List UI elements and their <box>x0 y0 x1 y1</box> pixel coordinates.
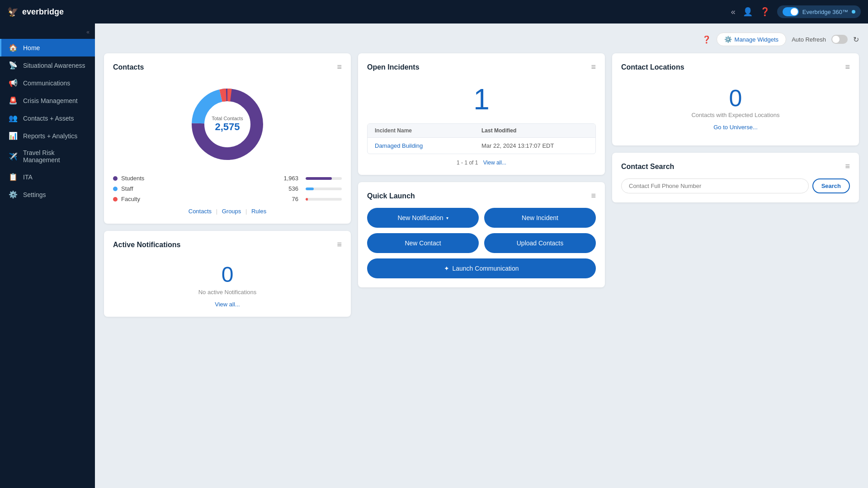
incident-modified-header: Last Modified <box>481 127 588 134</box>
sidebar-item-home[interactable]: 🏠 Home <box>0 39 95 56</box>
pipe-1: | <box>216 208 217 215</box>
contact-search-menu-icon[interactable]: ≡ <box>845 162 850 171</box>
quick-launch-title: Quick Launch <box>367 192 415 200</box>
contact-search-header: Contact Search ≡ <box>621 162 850 171</box>
donut-chart: Total Contacts 2,575 <box>187 84 268 165</box>
top-nav: 🦅 everbridge « 👤 ❓ Everbridge 360™ <box>0 0 868 23</box>
search-row: Search <box>621 178 850 193</box>
ita-icon: 📋 <box>9 173 18 181</box>
contact-search-widget: Contact Search ≡ Search <box>612 153 859 202</box>
toggle-track[interactable] <box>783 7 799 16</box>
contact-search-title: Contact Search <box>621 163 674 171</box>
rules-link[interactable]: Rules <box>251 208 266 215</box>
staff-dot <box>113 187 118 191</box>
crisis-management-icon: 🚨 <box>9 96 18 105</box>
incident-name-cell: Damaged Building <box>375 142 481 149</box>
contacts-link[interactable]: Contacts <box>189 208 212 215</box>
collapse-nav-icon[interactable]: « <box>731 7 736 17</box>
auto-refresh-toggle[interactable] <box>831 35 848 44</box>
help-icon[interactable]: ❓ <box>760 7 770 17</box>
sidebar-item-crisis-management[interactable]: 🚨 Crisis Management <box>0 92 95 109</box>
sidebar-item-ita[interactable]: 📋 ITA <box>0 168 95 186</box>
incident-table-header: Incident Name Last Modified <box>368 124 595 138</box>
sidebar-item-travel-risk-label: Travel Risk Management <box>23 149 88 164</box>
contact-locations-count: 0 <box>621 84 850 112</box>
active-notifications-sub: No active Notifications <box>113 289 342 296</box>
launch-communication-icon: ✦ <box>444 265 449 272</box>
faculty-dot <box>113 197 118 202</box>
staff-bar-fill <box>306 188 314 190</box>
contact-locations-menu-icon[interactable]: ≡ <box>845 62 850 72</box>
sidebar-collapse-btn[interactable]: « <box>0 27 95 39</box>
sidebar-item-crisis-management-label: Crisis Management <box>23 97 78 104</box>
manage-widgets-button[interactable]: ⚙️ Manage Widgets <box>717 33 787 46</box>
new-notification-button[interactable]: New Notification ▾ <box>367 208 479 228</box>
legend-row-students: Students 1,963 <box>113 175 342 182</box>
upload-contacts-button[interactable]: Upload Contacts <box>484 233 596 253</box>
sidebar-item-settings[interactable]: ⚙️ Settings <box>0 186 95 203</box>
faculty-count: 76 <box>282 196 298 202</box>
widget-grid: Contacts ≡ <box>104 53 859 317</box>
left-column: Contacts ≡ <box>104 53 351 317</box>
sidebar-item-reports-analytics-label: Reports + Analytics <box>23 132 77 140</box>
sidebar-item-travel-risk[interactable]: ✈️ Travel Risk Management <box>0 145 95 168</box>
pagination-text: 1 - 1 of 1 <box>457 160 478 166</box>
sidebar-item-communications-label: Communications <box>23 80 70 87</box>
open-incidents-menu-icon[interactable]: ≡ <box>591 62 596 72</box>
sidebar: « 🏠 Home 📡 Situational Awareness 📢 Commu… <box>0 23 95 488</box>
donut-total-value: 2,575 <box>212 121 243 133</box>
user-icon[interactable]: 👤 <box>743 7 753 17</box>
sidebar-item-home-label: Home <box>23 44 40 52</box>
staff-label: Staff <box>121 185 278 192</box>
new-contact-button[interactable]: New Contact <box>367 233 479 253</box>
settings-icon: ⚙️ <box>9 190 18 199</box>
active-notifications-view-all[interactable]: View all... <box>113 301 342 308</box>
toolbar-help-icon[interactable]: ❓ <box>702 35 711 44</box>
incident-link[interactable]: Damaged Building <box>375 142 423 149</box>
active-notifications-widget: Active Notifications ≡ 0 No active Notif… <box>104 231 351 317</box>
active-notifications-title: Active Notifications <box>113 241 180 249</box>
travel-risk-icon: ✈️ <box>9 152 18 161</box>
students-label: Students <box>121 175 278 182</box>
app-body: « 🏠 Home 📡 Situational Awareness 📢 Commu… <box>0 23 868 488</box>
sidebar-item-situational-awareness[interactable]: 📡 Situational Awareness <box>0 56 95 74</box>
sidebar-item-communications[interactable]: 📢 Communications <box>0 74 95 92</box>
search-button[interactable]: Search <box>812 178 850 193</box>
open-incidents-count: 1 <box>367 79 596 123</box>
logo-text: everbridge <box>22 7 64 17</box>
contacts-assets-icon: 👥 <box>9 114 18 122</box>
new-incident-button[interactable]: New Incident <box>484 208 596 228</box>
launch-communication-button[interactable]: ✦ Launch Communication <box>367 258 596 278</box>
product-toggle[interactable]: Everbridge 360™ <box>777 5 861 18</box>
sidebar-item-reports-analytics[interactable]: 📊 Reports + Analytics <box>0 127 95 145</box>
contacts-widget-menu-icon[interactable]: ≡ <box>337 62 342 72</box>
contact-locations-widget: Contact Locations ≡ 0 Contacts with Expe… <box>612 53 859 145</box>
students-count: 1,963 <box>282 175 298 182</box>
groups-link[interactable]: Groups <box>222 208 241 215</box>
incidents-view-all[interactable]: View all... <box>483 160 506 166</box>
go-to-universe-link[interactable]: Go to Universe... <box>713 124 758 131</box>
active-notifications-menu-icon[interactable]: ≡ <box>337 240 342 249</box>
reports-analytics-icon: 📊 <box>9 131 18 140</box>
faculty-label: Faculty <box>121 196 278 202</box>
sidebar-item-contacts-assets-label: Contacts + Assets <box>23 115 74 122</box>
sidebar-item-settings-label: Settings <box>23 191 46 198</box>
legend-row-faculty: Faculty 76 <box>113 196 342 202</box>
sidebar-item-ita-label: ITA <box>23 174 33 181</box>
incident-table: Incident Name Last Modified Damaged Buil… <box>367 123 596 154</box>
quick-launch-menu-icon[interactable]: ≡ <box>591 191 596 201</box>
table-row: Damaged Building Mar 22, 2024 13:17:07 E… <box>368 138 595 154</box>
open-incidents-widget: Open Incidents ≡ 1 Incident Name Last Mo… <box>358 53 605 175</box>
pipe-2: | <box>245 208 247 215</box>
right-column: Contact Locations ≡ 0 Contacts with Expe… <box>612 53 859 317</box>
students-bar-bg <box>306 177 342 180</box>
search-input[interactable] <box>621 178 809 193</box>
quick-launch-widget: Quick Launch ≡ New Notification ▾ New In… <box>358 182 605 287</box>
open-incidents-header: Open Incidents ≡ <box>367 62 596 72</box>
active-notifications-header: Active Notifications ≡ <box>113 240 342 249</box>
refresh-icon[interactable]: ↻ <box>853 35 859 44</box>
sidebar-item-contacts-assets[interactable]: 👥 Contacts + Assets <box>0 109 95 127</box>
dropdown-arrow-icon: ▾ <box>446 216 448 221</box>
contact-locations-header: Contact Locations ≡ <box>621 62 850 72</box>
staff-count: 536 <box>282 185 298 192</box>
